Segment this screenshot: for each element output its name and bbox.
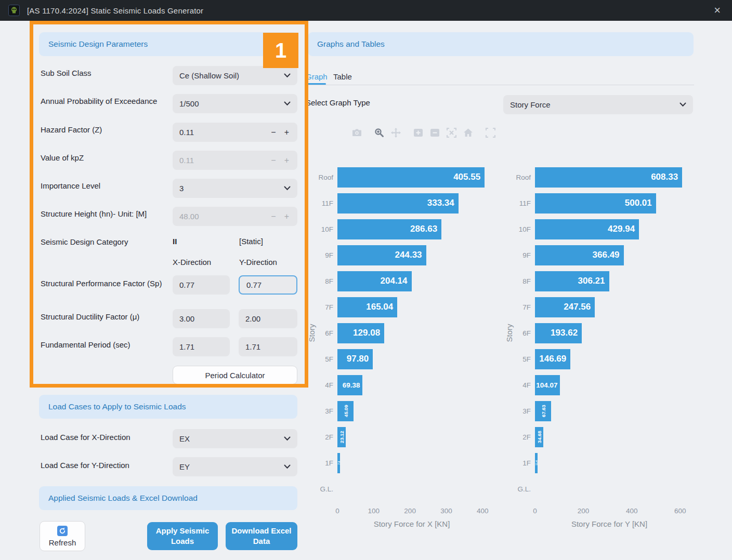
- chart-row: 3F67.63: [506, 398, 693, 424]
- hazard-input[interactable]: 0.11 − +: [173, 123, 297, 142]
- zoom-icon[interactable]: [374, 127, 385, 138]
- y-tick-label: 3F: [308, 407, 337, 415]
- y-tick-label: G.L.: [506, 485, 535, 493]
- bar-6f: 129.08: [337, 323, 384, 343]
- structure-height-value: 48.00: [179, 212, 199, 221]
- apply-header-text: Applied Seismic Loads & Excel Download: [48, 494, 198, 503]
- period-y-input[interactable]: 1.71: [239, 337, 297, 356]
- bar-value-label: 405.55: [453, 172, 480, 182]
- bar-3f: 67.63: [535, 401, 551, 421]
- hazard-label: Hazard Factor (Z): [41, 125, 172, 135]
- y-tick-label: 5F: [506, 355, 535, 363]
- pan-icon[interactable]: [390, 127, 401, 138]
- y-tick-label: 7F: [308, 303, 337, 311]
- hazard-decrement-button[interactable]: −: [263, 128, 284, 137]
- bar-track: 7.6: [337, 453, 495, 473]
- bar-1f: 7.6: [337, 453, 340, 473]
- reset-axes-icon[interactable]: [463, 127, 474, 138]
- bar-7f: 247.56: [535, 297, 595, 317]
- bar-track: 366.49: [535, 245, 693, 265]
- y-tick-label: 4F: [506, 381, 535, 389]
- chevron-down-icon: [284, 101, 291, 106]
- autoscale-icon[interactable]: [446, 127, 457, 138]
- sp-y-input[interactable]: 0.77: [239, 275, 297, 295]
- zoom-out-icon[interactable]: [429, 127, 440, 138]
- bar-value-label: 193.62: [551, 328, 578, 338]
- load-case-x-label: Load Case for X-Direction: [41, 432, 172, 443]
- close-button[interactable]: ×: [711, 5, 724, 16]
- period-calculator-button[interactable]: Period Calculator: [173, 366, 297, 384]
- bar-6f: 193.62: [535, 323, 582, 343]
- importance-select[interactable]: 3: [173, 179, 297, 198]
- sub-soil-select[interactable]: Ce (Shallow Soil): [173, 66, 297, 85]
- y-tick-label: Roof: [308, 174, 337, 181]
- download-excel-button[interactable]: Download Excel Data: [226, 522, 297, 550]
- bar-track: 244.33: [337, 245, 495, 265]
- y-tick-label: G.L.: [308, 485, 337, 493]
- chart-row: 1F11.4: [506, 450, 693, 476]
- y-tick-label: 9F: [308, 251, 337, 259]
- sub-soil-value: Ce (Shallow Soil): [179, 71, 239, 80]
- bar-track: 23.12: [337, 427, 495, 447]
- period-x-input[interactable]: 1.71: [173, 337, 230, 356]
- zoom-in-icon[interactable]: [413, 127, 424, 138]
- mu-y-value: 2.00: [245, 314, 260, 323]
- x-tick-label: 100: [368, 507, 380, 515]
- y-tick-label: 7F: [506, 303, 535, 311]
- bar-value-label: 45.09: [343, 405, 348, 417]
- bar-4f: 69.38: [337, 375, 362, 395]
- probability-label: Annual Probability of Exceedance: [41, 96, 172, 106]
- bar-track: 34.68: [535, 427, 693, 447]
- chart-row: 2F34.68: [506, 424, 693, 450]
- chart-row: 8F306.21: [506, 268, 693, 294]
- kpz-value: 0.11: [179, 156, 194, 165]
- height-decrement-button: −: [263, 212, 284, 221]
- sdc-mode: [Static]: [239, 237, 263, 246]
- load-case-y-value: EY: [179, 462, 190, 471]
- probability-select[interactable]: 1/500: [173, 94, 297, 113]
- bar-11f: 333.34: [337, 193, 459, 214]
- y-tick-label: 8F: [308, 277, 337, 285]
- hazard-increment-button[interactable]: +: [284, 128, 291, 137]
- chevron-down-icon: [284, 186, 291, 191]
- load-case-y-select[interactable]: EY: [173, 457, 297, 476]
- tab-table[interactable]: Table: [333, 72, 352, 81]
- bar-track: 165.04: [337, 297, 495, 317]
- tab-graph[interactable]: Graph: [306, 72, 328, 81]
- x-axis-ticks: 0100200300400: [308, 507, 495, 516]
- bar-2f: 23.12: [337, 427, 346, 447]
- chevron-down-icon: [284, 73, 291, 78]
- bar-track: 193.62: [535, 323, 693, 343]
- camera-icon[interactable]: [351, 127, 362, 138]
- y-tick-label: 1F: [506, 459, 535, 467]
- load-case-x-select[interactable]: EX: [173, 429, 297, 448]
- mu-x-input[interactable]: 3.00: [173, 309, 230, 328]
- y-tick-label: 11F: [506, 199, 535, 207]
- sp-y-value: 0.77: [246, 281, 262, 289]
- bar-5f: 146.69: [535, 349, 570, 369]
- bar-track: 45.09: [337, 401, 495, 421]
- chart-row: 10F286.63: [308, 216, 495, 242]
- x-tick-label: 600: [674, 507, 686, 515]
- bar-track: 11.4: [535, 453, 693, 473]
- mu-y-input[interactable]: 2.00: [239, 309, 297, 328]
- bar-9f: 366.49: [535, 245, 624, 265]
- graphs-section-header: Graphs and Tables: [308, 32, 694, 56]
- graph-type-select[interactable]: Story Force: [503, 95, 693, 114]
- chart-row: 2F23.12: [308, 424, 495, 450]
- sp-x-value: 0.77: [179, 281, 194, 289]
- fullscreen-icon[interactable]: [485, 127, 496, 138]
- refresh-button[interactable]: Refresh: [40, 521, 85, 551]
- apply-seismic-loads-button[interactable]: Apply Seismic Loads: [147, 522, 218, 550]
- probability-value: 1/500: [179, 99, 199, 108]
- story-force-x-chart: StoryRoof405.5511F333.3410F286.639F244.3…: [308, 164, 495, 528]
- bar-value-label: 97.80: [347, 354, 369, 364]
- x-axis-title: Story Force for Y [KN]: [535, 519, 684, 528]
- bar-value-label: 429.94: [608, 224, 635, 234]
- sp-x-input[interactable]: 0.77: [173, 275, 230, 295]
- x-axis-ticks: 0200400600: [506, 507, 693, 516]
- bar-value-label: 204.14: [381, 276, 408, 286]
- period-x-value: 1.71: [179, 342, 194, 351]
- refresh-icon: [57, 526, 68, 536]
- bar-track: 146.69: [535, 349, 693, 369]
